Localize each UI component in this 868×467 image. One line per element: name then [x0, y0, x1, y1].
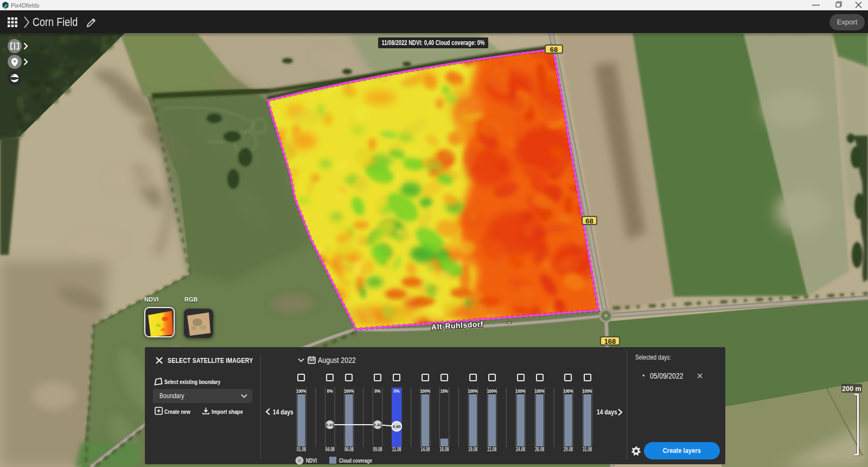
svg-text:01.08: 01.08 — [297, 446, 306, 452]
svg-text:21.08: 21.08 — [487, 446, 496, 452]
svg-text:24.08: 24.08 — [516, 446, 525, 452]
svg-text:NDVI: NDVI — [306, 457, 317, 464]
svg-text:Cloud coverage: Cloud coverage — [339, 457, 372, 464]
svg-text:29.08: 29.08 — [564, 446, 573, 452]
svg-text:04.08: 04.08 — [326, 446, 335, 452]
svg-text:0%: 0% — [375, 388, 381, 394]
svg-text:100%: 100% — [297, 388, 307, 394]
svg-text:0%: 0% — [327, 388, 333, 394]
svg-text:19.08: 19.08 — [468, 446, 477, 452]
svg-text:15%: 15% — [441, 388, 448, 394]
svg-text:0.40: 0.40 — [393, 424, 401, 429]
svg-text:100%: 100% — [468, 388, 478, 394]
svg-text:100%: 100% — [516, 388, 526, 394]
svg-text:09.08: 09.08 — [373, 446, 382, 452]
svg-text:11.08: 11.08 — [392, 446, 401, 452]
svg-text:0.42: 0.42 — [374, 423, 382, 427]
svg-text:100%: 100% — [535, 388, 545, 394]
svg-text:100%: 100% — [344, 388, 354, 394]
svg-text:26.08: 26.08 — [535, 446, 544, 452]
svg-text:100%: 100% — [420, 388, 430, 394]
svg-text:100%: 100% — [583, 388, 592, 394]
svg-text:16.08: 16.08 — [440, 446, 449, 452]
svg-text:100%: 100% — [487, 388, 497, 394]
svg-text:100%: 100% — [564, 388, 573, 394]
svg-text:31.08: 31.08 — [583, 446, 592, 452]
svg-text:0%: 0% — [394, 388, 400, 394]
svg-text:06.08: 06.08 — [344, 446, 354, 452]
svg-text:0.43: 0.43 — [326, 423, 335, 427]
svg-text:14.08: 14.08 — [420, 446, 430, 452]
